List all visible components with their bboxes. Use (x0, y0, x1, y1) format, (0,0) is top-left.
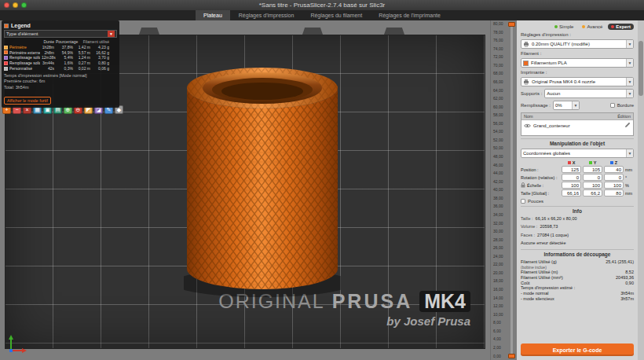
layer-height-label: 34,00 (493, 213, 503, 217)
layer-slider-upper-handle[interactable] (508, 22, 515, 27)
legend-rows: Périmètre1h28m37,8%1,42 m4,23 gPérimètre… (4, 45, 117, 72)
axes-gizmo-icon (6, 333, 28, 355)
legend-row[interactable]: Personnalisé42s0,3%0,02 m0,06 g (4, 66, 117, 72)
layer-slider-track[interactable] (510, 24, 513, 357)
model-cylinder-object[interactable] (184, 63, 341, 299)
manip-value-input[interactable]: 100 (604, 182, 624, 189)
eye-icon[interactable] (524, 123, 531, 128)
legend-row-value: 1,42 m (75, 45, 90, 50)
panel-scrollbar-thumb[interactable] (639, 41, 643, 96)
printer-combo[interactable]: Original Prusa MK4 0.4 nozzle ▼ (521, 77, 634, 86)
chevron-down-icon[interactable]: ▼ (572, 101, 579, 109)
chevron-down-icon[interactable]: ▼ (626, 149, 633, 157)
manipulation-title: Manipulation de l'objet (521, 138, 634, 146)
layer-height-label: 80,00 (493, 22, 503, 26)
legend-row-value: 4,23 g (92, 45, 109, 50)
chevron-down-icon[interactable]: ▼ (626, 78, 633, 86)
layer-height-label: 22,00 (493, 263, 503, 266)
manip-value-input[interactable]: 100 (562, 182, 581, 189)
edit-pencil-icon[interactable] (624, 122, 631, 128)
manip-value-input[interactable]: 105 (583, 166, 602, 173)
close-window-button[interactable] (4, 2, 9, 8)
inches-checkbox[interactable] (521, 199, 525, 204)
view-type-dropdown[interactable]: Type d'élément ▼ (4, 30, 117, 38)
tab-r-glages-du-filament[interactable]: Réglages du filament (302, 10, 370, 20)
legend-row-label: Remplissage solide (4, 55, 40, 61)
legend-row-value: 12m38s (42, 55, 54, 61)
slicing-info-label: - mode silencieux (521, 296, 554, 302)
maximize-window-button[interactable] (21, 2, 27, 8)
legend-row[interactable]: Remplissage solide12m38s5,4%1,24 m3,70 g (4, 55, 117, 61)
manip-value-input[interactable]: 125 (562, 166, 581, 173)
layer-height-label: 16,00 (493, 288, 503, 292)
slicing-info-row: Filament Utilisé (g)(bobine inclue)25,41… (521, 259, 634, 270)
minimize-window-button[interactable] (13, 2, 18, 8)
filament-combo[interactable]: Fillamentum PLA ▼ (521, 58, 634, 68)
printer-preset-value: Original Prusa MK4 0.4 nozzle (532, 79, 595, 84)
layer-height-label: 58,00 (493, 113, 503, 117)
slicing-info-label: - mode normal (521, 291, 548, 296)
manip-value-input[interactable]: 0 (583, 174, 602, 181)
legend-row[interactable]: Périmètre1h28m37,8%1,42 m4,23 g (4, 45, 117, 50)
manip-value-input[interactable]: 80 (604, 189, 624, 197)
slicing-info-row: Filament Utilisé (m)8,52 (521, 270, 634, 275)
layer-slider-lower-handle[interactable] (508, 354, 515, 358)
layer-height-label: 48,00 (493, 155, 503, 159)
slicing-info-label: Temps d'impression estimé : (521, 285, 575, 291)
feature-color-swatch (4, 46, 8, 50)
legend-row[interactable]: Remplissage solide supérieur3m44s1,6%0,2… (4, 61, 117, 66)
tab-r-glages-de-l-imprimante[interactable]: Réglages de l'imprimante (371, 10, 448, 20)
layer-slider[interactable]: 80,0078,0076,0074,0072,0070,0068,0066,00… (490, 20, 517, 360)
mode-expert[interactable]: Expert (608, 24, 634, 30)
layer-height-label: 54,00 (493, 130, 503, 134)
tab-r-glages-d-impression[interactable]: Réglages d'impression (231, 10, 302, 20)
mode-simple[interactable]: Simple (551, 24, 576, 30)
manip-value-input[interactable]: 0 (604, 174, 624, 181)
axis-color-icon (610, 161, 613, 164)
legend-icon (4, 24, 9, 28)
slicing-info-row: Filament Utilisé (mm³)20493,36 (521, 275, 634, 281)
brim-checkbox[interactable] (610, 103, 615, 108)
print-settings-combo[interactable]: 0.20mm QUALITY (modifié) ▼ (521, 39, 634, 49)
manip-value-input[interactable]: 40 (604, 166, 624, 173)
infill-value: 0% (555, 103, 562, 108)
layer-height-label: 50,00 (493, 146, 503, 150)
manip-row-label: Échelle : (521, 182, 560, 188)
print-settings-label: Réglages d'impression : (521, 32, 634, 37)
inches-label: Pouces (528, 199, 543, 204)
print-preset-value: 0.20mm QUALITY (modifié) (532, 42, 590, 46)
chevron-down-icon[interactable]: ▼ (626, 40, 633, 48)
scale-lock-icon[interactable] (521, 182, 525, 188)
bed-brand-signature: by Josef Prusa (218, 314, 470, 328)
viewport-3d[interactable]: ORIGINAL PRUSA MK4 by Josef Prusa (0, 20, 490, 360)
legend-table: Durée Pourcentage Filament utilisé Périm… (4, 39, 117, 72)
manip-row-label: Position : (521, 167, 560, 172)
manip-value-input[interactable]: 66,2 (583, 189, 602, 197)
slicing-info-value: 0,90 (625, 281, 634, 286)
supports-combo[interactable]: Aucun ▼ (544, 89, 634, 98)
mode-avanc[interactable]: Avancé (579, 24, 606, 30)
feature-color-swatch (4, 67, 8, 71)
object-list-row[interactable]: Grand_conteneur (521, 120, 633, 130)
tab-plateau[interactable]: Plateau (196, 10, 230, 20)
panel-scrollbar[interactable] (638, 20, 644, 360)
chevron-down-icon[interactable]: ▼ (626, 90, 633, 97)
info-faces-value: 27084 (1 coque) (537, 233, 569, 238)
slicing-info-row: - mode silencieux3h57m (521, 296, 634, 302)
coordinates-combo[interactable]: Coordonnées globales ▼ (521, 149, 634, 158)
bed-clip-icon (139, 28, 159, 35)
dropdown-arrow-icon[interactable]: ▼ (108, 31, 115, 37)
axis-header-x: X (562, 160, 581, 165)
stealth-mode-button[interactable]: Afficher le mode furtif (4, 97, 51, 105)
manip-value-input[interactable]: 66,16 (562, 189, 581, 197)
manip-value-input[interactable]: 0 (562, 174, 581, 181)
legend-row-label: Périmètre externe (4, 50, 40, 56)
printer-icon (523, 79, 529, 85)
infill-combo[interactable]: 0% ▼ (553, 101, 580, 110)
layer-height-label: 76,00 (493, 39, 503, 42)
legend-row[interactable]: Périmètre externe2h8m54,9%5,57 m16,62 g (4, 50, 117, 56)
chevron-down-icon[interactable]: ▼ (626, 59, 633, 67)
legend-col-filament: Filament utilisé (75, 39, 109, 45)
manip-value-input[interactable]: 100 (583, 182, 602, 189)
export-gcode-button[interactable]: Exporter le G-code (521, 343, 634, 356)
